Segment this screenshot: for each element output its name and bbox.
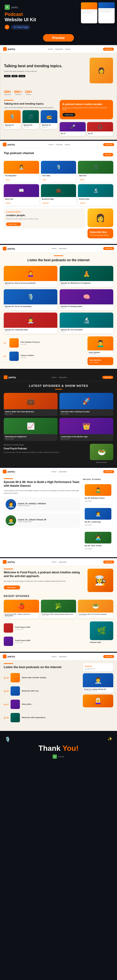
latest-card-2[interactable]: 🚀 Interview with a Startup Founder Sep 8…: [59, 393, 113, 416]
platform-spotify[interactable]: Spotify: [4, 75, 11, 77]
listen-now-btn[interactable]: Listen Now: [63, 113, 75, 116]
channel-card-1[interactable]: 👩‍💼 The Daily Brief News: [4, 161, 39, 182]
latest-card-meta-4: Sep 22, 2022: [61, 438, 112, 439]
latest-card-img-3: 📈: [4, 418, 58, 434]
latest-card-img-4: 👑: [59, 418, 113, 434]
nav-link-5-home[interactable]: Home: [52, 471, 57, 473]
nav-link-3-ep[interactable]: Episodes: [59, 247, 67, 250]
nav-link-5-ep[interactable]: Episodes: [59, 471, 67, 473]
listen-card-2[interactable]: 🧘 Episode 22: Mindfulness for beginners …: [60, 266, 113, 287]
food-recent-card-1[interactable]: 🍎 Food Psych #201: 7 Ways to Heal Your R…: [4, 600, 39, 619]
bottom-ep-4[interactable]: Ep 56 Moments with Inspirations: [4, 711, 80, 724]
bottom-ep-1[interactable]: Ep 36 Hacks with Jennifer Shalby: [4, 671, 80, 684]
listen-card-3[interactable]: 🎙️ Episode 23: The art of storytelling 5…: [4, 289, 57, 310]
nav-link-2-home[interactable]: Home: [48, 143, 53, 146]
card-meta-1: Tech Talk: [5, 126, 19, 128]
platform-google[interactable]: Google: [19, 75, 25, 77]
food-listen-btn[interactable]: Listen Now →: [4, 585, 20, 589]
card-img-3: 📻: [41, 110, 57, 123]
bottom-hero-text: Listen the best podcasts on the internet…: [4, 663, 80, 724]
listen-card-1[interactable]: 👩‍🦰 Episode 21: How to be more productiv…: [4, 266, 57, 287]
hero-card-grid: 🎙️ Episode 01 Tech Talk 🎵 Episode 02 Lif…: [4, 110, 57, 129]
page-1-section: parley Home Episodes About Subscribe Tal…: [0, 45, 117, 140]
bottom-ep-2[interactable]: Ep 38 Moments with Lisa: [4, 684, 80, 698]
ep-item-2[interactable]: 02 Future of Work Aug 2022: [4, 350, 85, 363]
listen-card-meta-1: 45 min: [5, 284, 56, 286]
sidebar-card-1[interactable]: 👨‍🦱 Ep 88: Building Teams Sep 2022: [83, 482, 113, 504]
food-ep-1[interactable]: Food Psych #204 Oct 26, 2022: [4, 621, 88, 635]
ep-info-2: Future of Work Aug 2022: [21, 354, 85, 358]
food-text-area: Welcome to Food Psych, a podcast about i…: [4, 569, 85, 592]
sidebar-card-3[interactable]: 👩‍💻 Ep 90: Tech Trends Sep 2022: [83, 530, 113, 552]
nav-btn-4[interactable]: Subscribe: [102, 376, 113, 379]
channel-card-5[interactable]: 💼 Business Edge Business: [41, 184, 76, 206]
podcast-platforms: Spotify Apple Google: [4, 75, 87, 77]
food-recent-meta-1: Oct 5, 2022: [5, 616, 38, 618]
card-title-3: Episode 03: [42, 124, 56, 126]
podcast-card-2[interactable]: 🎵 Episode 02 Life Style: [22, 110, 39, 129]
food-recent-card-2[interactable]: 🥦 Food Psych #202: Understanding Hunger …: [41, 600, 76, 619]
listen-card-meta-4: 41 min: [61, 308, 112, 309]
nav-link-about[interactable]: About: [65, 48, 70, 50]
nav-link-3-home[interactable]: Home: [52, 247, 57, 250]
food-recent-card-3[interactable]: 🥗 Food Psych #203: The Anti-Diet Approac…: [78, 600, 113, 619]
nav-link-6-ep[interactable]: Episodes: [59, 561, 67, 563]
nav-subscribe-btn[interactable]: Subscribe: [103, 48, 114, 51]
latest-card-4[interactable]: 👑 Leadership in the Modern Age Sep 22, 2…: [59, 418, 113, 441]
listen-card-title-5: Episode 25: Leadership skills: [5, 329, 56, 331]
food-recent-img-3: 🥗: [78, 600, 113, 612]
side-person-name: Guest Speaker: [89, 352, 112, 353]
nav-btn-5[interactable]: Subscribe: [103, 470, 114, 473]
view-all-btn[interactable]: View All: [103, 153, 113, 156]
listen-card-img-6: 🔬: [60, 313, 113, 328]
guest-name-2: Guest: Dr. Jubael Ahmad JR: [18, 519, 46, 521]
channel-card-img-5: 💼: [41, 184, 76, 197]
ep-detail-title: Episode 99 & 99: How to Build a High Per…: [4, 480, 80, 488]
nav-link-7-ep[interactable]: Episodes: [59, 655, 67, 658]
nav-link-4-home[interactable]: Home: [52, 376, 57, 379]
channel-card-2[interactable]: 🎙️ Tech Talks Tech: [41, 161, 76, 182]
nav-btn-7[interactable]: Subscribe: [103, 655, 114, 658]
nav-link-6-home[interactable]: Home: [52, 561, 57, 563]
sidebar-card-2[interactable]: 🧑‍💼 Ep 89: Leadership Sep 2022: [83, 506, 113, 528]
podcast-card-1[interactable]: 🎙️ Episode 01 Tech Talk: [4, 110, 21, 129]
nav-link-episodes[interactable]: Episodes: [55, 48, 63, 50]
podcast-info-btn[interactable]: Listen Now →: [6, 223, 21, 226]
listen-card-4[interactable]: 🧠 Episode 24: Building habits 41 min: [60, 289, 113, 310]
ep-item-1[interactable]: 01 The Creative Process July 2022: [4, 336, 85, 350]
nav-link-2-about[interactable]: About: [65, 143, 70, 146]
bottom-ep-num-3: Ep 47: [4, 703, 9, 705]
mini-card-2[interactable]: 🎧 Ep 15: [87, 122, 113, 136]
channel-card-3[interactable]: 🎵 Mind Full Health: [78, 161, 113, 182]
food-ep-date-1: Oct 26, 2022: [15, 628, 88, 630]
nav-link-home[interactable]: Home: [48, 48, 53, 50]
listen-card-5[interactable]: 👨‍💼 Episode 25: Leadership skills 47 min: [4, 313, 57, 334]
nav-link-4-ep[interactable]: Episodes: [59, 376, 67, 379]
latest-card-3[interactable]: 📈 Marketing for Beginners Sep 15, 2022: [4, 418, 58, 441]
food-side-main: Food Psych #204 Oct 26, 2022 Food Psych …: [4, 621, 88, 648]
guest-side-name: Guest: Dr. Jubael Ahmad JR: [84, 689, 112, 690]
listen-card-6[interactable]: 🔬 Episode 26: Tech innovation 55 min: [60, 313, 113, 334]
latest-title-area: LATEST EPISODES & SHOW NOTES: [4, 384, 113, 390]
preview-button[interactable]: Preview: [43, 34, 74, 41]
nav-logo-icon-2: [3, 143, 6, 146]
bottom-ep-3[interactable]: Ep 47 Story with...: [4, 698, 80, 711]
channel-card-title-1: The Daily Brief: [5, 175, 38, 177]
thankyou-text-area: Thank You!: [38, 744, 79, 752]
platform-apple[interactable]: Apple: [11, 75, 17, 77]
mini-card-1[interactable]: 🎤 Ep 12: [60, 122, 86, 136]
page-6-section: parley Home Episodes Subscribe Welcome t…: [0, 558, 117, 652]
brand-name: parley: [11, 6, 18, 9]
nav-btn-6[interactable]: Subscribe: [103, 560, 114, 563]
food-ep-2[interactable]: Food Psych #205 Nov 2, 2022: [4, 635, 88, 648]
nav-link-7-home[interactable]: Home: [52, 655, 57, 658]
hero-image: 👩: [90, 58, 113, 83]
podcast-card-3[interactable]: 📻 Episode 03 Business: [41, 110, 57, 129]
channel-card-6[interactable]: 🔬 Science Now Science: [78, 184, 113, 206]
nav-link-2-podcast[interactable]: Podcast: [56, 143, 63, 146]
channel-card-4[interactable]: 📖 Story Time Stories: [4, 184, 39, 206]
nav-btn-2[interactable]: Subscribe: [103, 143, 114, 146]
ep-detail-accent: [4, 478, 13, 479]
nav-btn-3[interactable]: Subscribe: [103, 247, 114, 250]
latest-card-1[interactable]: 💼 How to Start Your Own Business Sep 1, …: [4, 393, 58, 416]
